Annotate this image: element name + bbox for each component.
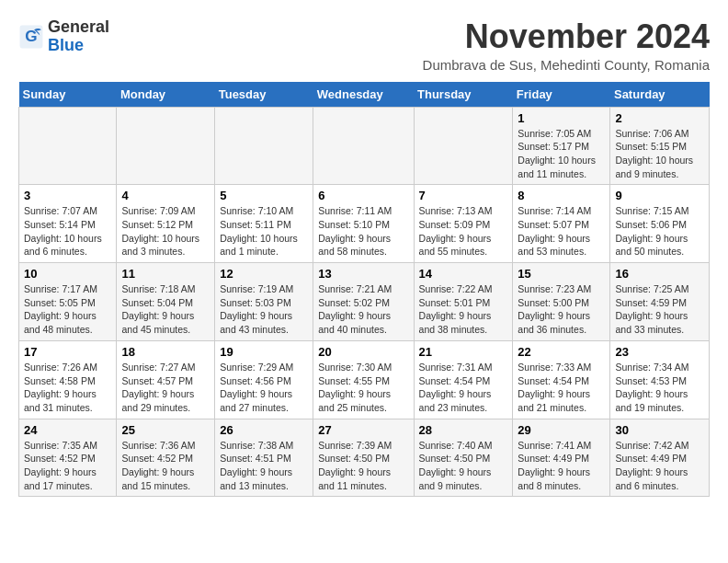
- day-number: 28: [419, 423, 508, 437]
- table-row: [117, 107, 215, 185]
- table-row: 13Sunrise: 7:21 AM Sunset: 5:02 PM Dayli…: [313, 263, 414, 341]
- day-number: 30: [615, 423, 704, 437]
- day-number: 18: [121, 345, 210, 359]
- table-row: 29Sunrise: 7:41 AM Sunset: 4:49 PM Dayli…: [513, 419, 610, 497]
- logo: G General Blue: [18, 18, 109, 55]
- col-sunday: Sunday: [19, 82, 117, 108]
- day-info: Sunrise: 7:41 AM Sunset: 4:49 PM Dayligh…: [518, 439, 605, 493]
- day-info: Sunrise: 7:22 AM Sunset: 5:01 PM Dayligh…: [419, 282, 508, 337]
- calendar-body: 1Sunrise: 7:05 AM Sunset: 5:17 PM Daylig…: [19, 107, 710, 497]
- day-info: Sunrise: 7:36 AM Sunset: 4:52 PM Dayligh…: [121, 439, 210, 493]
- table-row: 3Sunrise: 7:07 AM Sunset: 5:14 PM Daylig…: [19, 185, 117, 263]
- day-info: Sunrise: 7:05 AM Sunset: 5:17 PM Dayligh…: [518, 127, 605, 181]
- day-info: Sunrise: 7:15 AM Sunset: 5:06 PM Dayligh…: [615, 204, 704, 259]
- day-number: 29: [518, 423, 605, 437]
- col-wednesday: Wednesday: [313, 82, 414, 108]
- table-row: 14Sunrise: 7:22 AM Sunset: 5:01 PM Dayli…: [414, 263, 513, 341]
- day-info: Sunrise: 7:40 AM Sunset: 4:50 PM Dayligh…: [419, 439, 508, 493]
- calendar-table: Sunday Monday Tuesday Wednesday Thursday…: [18, 82, 710, 498]
- day-info: Sunrise: 7:07 AM Sunset: 5:14 PM Dayligh…: [24, 204, 111, 259]
- day-number: 15: [518, 267, 605, 281]
- day-number: 26: [220, 423, 308, 437]
- day-info: Sunrise: 7:29 AM Sunset: 4:56 PM Dayligh…: [220, 361, 308, 415]
- day-number: 10: [24, 267, 111, 281]
- day-number: 27: [318, 423, 408, 437]
- day-number: 5: [220, 189, 308, 202]
- day-number: 21: [419, 345, 508, 359]
- col-friday: Friday: [513, 82, 610, 108]
- table-row: [414, 107, 513, 185]
- day-number: 7: [419, 189, 508, 202]
- col-saturday: Saturday: [610, 82, 710, 108]
- day-number: 23: [615, 345, 704, 359]
- col-tuesday: Tuesday: [215, 82, 313, 108]
- table-row: 18Sunrise: 7:27 AM Sunset: 4:57 PM Dayli…: [117, 340, 215, 419]
- day-number: 8: [518, 189, 605, 202]
- day-info: Sunrise: 7:18 AM Sunset: 5:04 PM Dayligh…: [121, 282, 210, 337]
- day-info: Sunrise: 7:39 AM Sunset: 4:50 PM Dayligh…: [318, 439, 408, 493]
- table-row: 28Sunrise: 7:40 AM Sunset: 4:50 PM Dayli…: [414, 419, 513, 497]
- day-info: Sunrise: 7:17 AM Sunset: 5:05 PM Dayligh…: [24, 282, 111, 337]
- day-info: Sunrise: 7:21 AM Sunset: 5:02 PM Dayligh…: [318, 282, 408, 337]
- table-row: 20Sunrise: 7:30 AM Sunset: 4:55 PM Dayli…: [313, 340, 414, 419]
- day-info: Sunrise: 7:26 AM Sunset: 4:58 PM Dayligh…: [24, 361, 111, 415]
- day-info: Sunrise: 7:38 AM Sunset: 4:51 PM Dayligh…: [220, 439, 308, 493]
- table-row: 24Sunrise: 7:35 AM Sunset: 4:52 PM Dayli…: [19, 419, 117, 497]
- table-row: 4Sunrise: 7:09 AM Sunset: 5:12 PM Daylig…: [117, 185, 215, 263]
- day-info: Sunrise: 7:42 AM Sunset: 4:49 PM Dayligh…: [615, 439, 704, 493]
- col-thursday: Thursday: [414, 82, 513, 108]
- table-row: 1Sunrise: 7:05 AM Sunset: 5:17 PM Daylig…: [513, 107, 610, 185]
- day-number: 20: [318, 345, 408, 359]
- calendar-header: Sunday Monday Tuesday Wednesday Thursday…: [19, 82, 710, 108]
- table-row: 10Sunrise: 7:17 AM Sunset: 5:05 PM Dayli…: [19, 263, 117, 341]
- col-monday: Monday: [117, 82, 215, 108]
- table-row: 12Sunrise: 7:19 AM Sunset: 5:03 PM Dayli…: [215, 263, 313, 341]
- table-row: 16Sunrise: 7:25 AM Sunset: 4:59 PM Dayli…: [610, 263, 710, 341]
- title-block: November 2024 Dumbrava de Sus, Mehedinti…: [423, 18, 710, 73]
- day-info: Sunrise: 7:10 AM Sunset: 5:11 PM Dayligh…: [220, 204, 308, 259]
- day-number: 12: [220, 267, 308, 281]
- day-info: Sunrise: 7:19 AM Sunset: 5:03 PM Dayligh…: [220, 282, 308, 337]
- table-row: 23Sunrise: 7:34 AM Sunset: 4:53 PM Dayli…: [610, 340, 710, 419]
- table-row: 15Sunrise: 7:23 AM Sunset: 5:00 PM Dayli…: [513, 263, 610, 341]
- day-number: 11: [121, 267, 210, 281]
- day-number: 13: [318, 267, 408, 281]
- day-number: 6: [318, 189, 408, 202]
- table-row: 27Sunrise: 7:39 AM Sunset: 4:50 PM Dayli…: [313, 419, 414, 497]
- table-row: [19, 107, 117, 185]
- day-number: 3: [24, 189, 111, 202]
- page-header: G General Blue November 2024 Dumbrava de…: [18, 18, 710, 73]
- day-info: Sunrise: 7:34 AM Sunset: 4:53 PM Dayligh…: [615, 361, 704, 415]
- day-number: 1: [518, 111, 605, 125]
- logo-icon: G: [18, 24, 44, 50]
- table-row: 11Sunrise: 7:18 AM Sunset: 5:04 PM Dayli…: [117, 263, 215, 341]
- day-info: Sunrise: 7:09 AM Sunset: 5:12 PM Dayligh…: [121, 204, 210, 259]
- day-number: 24: [24, 423, 111, 437]
- day-number: 19: [220, 345, 308, 359]
- table-row: 19Sunrise: 7:29 AM Sunset: 4:56 PM Dayli…: [215, 340, 313, 419]
- day-number: 4: [121, 189, 210, 202]
- day-number: 14: [419, 267, 508, 281]
- table-row: 30Sunrise: 7:42 AM Sunset: 4:49 PM Dayli…: [610, 419, 710, 497]
- day-number: 9: [615, 189, 704, 202]
- day-info: Sunrise: 7:23 AM Sunset: 5:00 PM Dayligh…: [518, 282, 605, 337]
- table-row: 26Sunrise: 7:38 AM Sunset: 4:51 PM Dayli…: [215, 419, 313, 497]
- day-number: 2: [615, 111, 704, 125]
- table-row: 7Sunrise: 7:13 AM Sunset: 5:09 PM Daylig…: [414, 185, 513, 263]
- day-info: Sunrise: 7:13 AM Sunset: 5:09 PM Dayligh…: [419, 204, 508, 259]
- day-number: 22: [518, 345, 605, 359]
- day-number: 17: [24, 345, 111, 359]
- day-info: Sunrise: 7:35 AM Sunset: 4:52 PM Dayligh…: [24, 439, 111, 493]
- table-row: [215, 107, 313, 185]
- table-row: 6Sunrise: 7:11 AM Sunset: 5:10 PM Daylig…: [313, 185, 414, 263]
- table-row: 22Sunrise: 7:33 AM Sunset: 4:54 PM Dayli…: [513, 340, 610, 419]
- table-row: 5Sunrise: 7:10 AM Sunset: 5:11 PM Daylig…: [215, 185, 313, 263]
- table-row: 8Sunrise: 7:14 AM Sunset: 5:07 PM Daylig…: [513, 185, 610, 263]
- table-row: [313, 107, 414, 185]
- logo-blue-text: Blue: [48, 36, 84, 54]
- day-number: 25: [121, 423, 210, 437]
- day-info: Sunrise: 7:06 AM Sunset: 5:15 PM Dayligh…: [615, 127, 704, 181]
- day-info: Sunrise: 7:31 AM Sunset: 4:54 PM Dayligh…: [419, 361, 508, 415]
- table-row: 17Sunrise: 7:26 AM Sunset: 4:58 PM Dayli…: [19, 340, 117, 419]
- day-info: Sunrise: 7:11 AM Sunset: 5:10 PM Dayligh…: [318, 204, 408, 259]
